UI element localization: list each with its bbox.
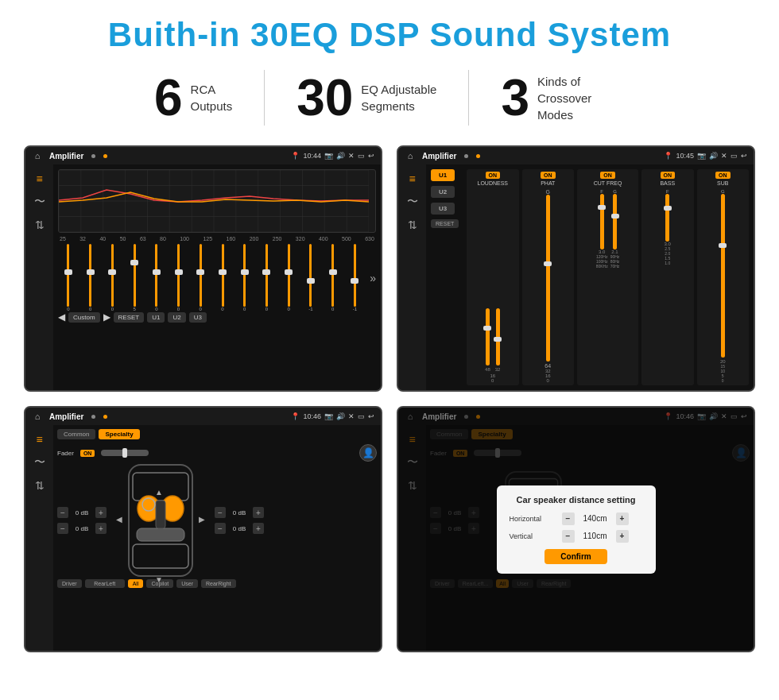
eq-sidebar-icon1[interactable]: ≡	[36, 172, 42, 185]
eq-u2-btn[interactable]: U2	[168, 312, 185, 323]
crossover-volume-icon: 🔊	[709, 152, 718, 160]
crossover-reset-btn[interactable]: RESET	[431, 219, 459, 228]
vol-fr-plus[interactable]: +	[253, 507, 264, 518]
u3-btn[interactable]: U3	[431, 203, 455, 215]
dialog-horizontal-minus[interactable]: −	[562, 512, 575, 525]
u-buttons: U1 U2 U3 RESET	[431, 169, 459, 228]
slider-col-12[interactable]: -1	[300, 244, 321, 311]
fader-on-badge[interactable]: ON	[80, 450, 95, 457]
vol-fl-plus[interactable]: +	[95, 507, 107, 518]
u1-btn[interactable]: U1	[431, 169, 455, 181]
eq-topbar-right: 📍 10:44 📷 🔊 ✕ ▭ ↩	[291, 152, 374, 160]
topbar-fader: ⌂ Amplifier 📍 10:46 📷 🔊 ✕ ▭ ↩	[25, 408, 381, 425]
svg-text:◀: ◀	[116, 515, 122, 524]
expand-icon[interactable]: »	[366, 272, 376, 284]
loudness-sliders: 48 32	[485, 189, 500, 372]
vol-rl-plus[interactable]: +	[95, 523, 107, 534]
vol-controls-left: − 0 dB + − 0 dB +	[57, 507, 107, 534]
dialog-row-horizontal: Horizontal − 140cm +	[510, 512, 643, 525]
svg-rect-5	[137, 528, 184, 541]
dialog-title: Car speaker distance setting	[510, 495, 643, 505]
stat-text-rca: RCAOutputs	[191, 81, 233, 114]
svg-text:▲: ▲	[155, 488, 163, 497]
slider-col-13[interactable]: 0	[323, 244, 343, 311]
vol-control-rr: − 0 dB +	[215, 523, 264, 534]
u2-btn[interactable]: U2	[431, 186, 455, 198]
slider-col-4[interactable]: 5	[124, 244, 145, 311]
screenshots-grid: ⌂ Amplifier 📍 10:44 📷 🔊 ✕ ▭ ↩ ≡ 〜	[24, 145, 755, 652]
car-svg: ▲ ▼ ◀ ▶	[113, 457, 208, 584]
vol-rr-plus[interactable]: +	[253, 523, 264, 534]
vol-fl-value: 0 dB	[71, 509, 93, 516]
slider-col-8[interactable]: 0	[212, 244, 233, 311]
prev-icon[interactable]: ◀	[58, 311, 65, 323]
eq-sidebar-icon2[interactable]: 〜	[34, 195, 45, 209]
dialog-vertical-minus[interactable]: −	[562, 530, 575, 543]
fader-location-icon: 📍	[291, 412, 300, 420]
vol-fl-minus[interactable]: −	[57, 507, 68, 518]
fader-battery-icon: ▭	[358, 412, 365, 420]
bass-slider-f[interactable]: F 3.0 2.5 2.0 1.5 1.0	[665, 189, 671, 265]
fader-screen-content: ≡ 〜 ⇅ Common Specialty Fader ON	[25, 425, 381, 651]
eq-custom-btn[interactable]: Custom	[68, 312, 100, 323]
cutfreq-content: F 3.0 120Hz 100Hz 80KHz	[596, 189, 620, 269]
eq-sliders: 0 0	[58, 244, 376, 311]
fader-tab-common[interactable]: Common	[57, 429, 95, 439]
sub-on: ON	[715, 172, 731, 179]
fader-main: Common Specialty Fader ON 👤	[53, 425, 381, 651]
loudness-slider1[interactable]: 48	[485, 308, 490, 372]
dialog-horizontal-plus[interactable]: +	[616, 512, 629, 525]
fader-sidebar-icon3[interactable]: ⇅	[35, 479, 45, 492]
phat-on: ON	[541, 172, 556, 179]
slider-col-14[interactable]: -1	[345, 244, 366, 311]
vol-control-rl: − 0 dB +	[57, 523, 107, 534]
fader-bottom-buttons: Driver RearLeft All Copilot User RearRig…	[57, 579, 377, 588]
dialog-confirm-button[interactable]: Confirm	[545, 549, 607, 564]
vol-rl-minus[interactable]: −	[57, 523, 68, 534]
crossover-sidebar-icon1[interactable]: ≡	[409, 172, 415, 185]
crossover-col-phat: ON PHAT G 64 32 16 0	[522, 169, 575, 385]
fader-tab-specialty[interactable]: Specialty	[99, 429, 139, 439]
eq-freq-labels: 2532 4050 6380 100125 160200 250320 4005…	[58, 236, 376, 242]
vol-rr-minus[interactable]: −	[215, 523, 226, 534]
fader-btn-driver[interactable]: Driver	[57, 579, 82, 588]
slider-col-5[interactable]: 0	[146, 244, 167, 311]
fader-profile-icon[interactable]: 👤	[359, 444, 377, 462]
screen-eq: ⌂ Amplifier 📍 10:44 📷 🔊 ✕ ▭ ↩ ≡ 〜	[24, 145, 382, 392]
vol-controls-right: − 0 dB + − 0 dB +	[215, 507, 264, 534]
play-icon[interactable]: ▶	[103, 311, 110, 323]
slider-col-10[interactable]: 0	[257, 244, 277, 311]
slider-col-6[interactable]: 0	[169, 244, 189, 311]
eq-u1-btn[interactable]: U1	[147, 312, 165, 323]
fader-sidebar-icon2[interactable]: 〜	[34, 455, 45, 470]
stat-text-crossover: Kinds ofCrossover Modes	[537, 73, 625, 123]
slider-col-7[interactable]: 0	[190, 244, 211, 311]
slider-col-2[interactable]: 0	[80, 244, 101, 311]
crossover-col-bass: ON BASS F 3.0	[641, 169, 694, 385]
eq-u3-btn[interactable]: U3	[189, 312, 207, 323]
slider-col-3[interactable]: 0	[102, 244, 122, 311]
screen-crossover: ⌂ Amplifier 📍 10:45 📷 🔊 ✕ ▭ ↩ ≡ 〜	[397, 145, 755, 392]
fader-slider-h[interactable]	[101, 450, 149, 456]
fader-dot1	[91, 415, 95, 419]
dialog-vertical-plus[interactable]: +	[616, 530, 629, 543]
cutfreq-g: G 2.1 90Hz 80Hz 70Hz	[610, 189, 620, 269]
fader-topbar-right: 📍 10:46 📷 🔊 ✕ ▭ ↩	[291, 412, 374, 420]
crossover-sidebar-icon2[interactable]: 〜	[407, 195, 418, 209]
cutfreq-on: ON	[600, 172, 615, 179]
fader-sidebar-icon1[interactable]: ≡	[36, 433, 42, 446]
slider-col-11[interactable]: 0	[278, 244, 299, 311]
fader-controls-row: Fader ON 👤	[57, 444, 377, 462]
crossover-sidebar-icon3[interactable]: ⇅	[408, 219, 417, 231]
eq-sidebar-icon3[interactable]: ⇅	[35, 219, 45, 231]
crossover-cols-area: ON LOUDNESS 48	[467, 169, 749, 385]
slider-col-9[interactable]: 0	[234, 244, 255, 311]
x-icon: ✕	[348, 152, 355, 160]
loudness-slider2[interactable]: 32	[495, 308, 501, 372]
sub-content: G 20 15 10 5 0	[720, 189, 726, 383]
eq-reset-btn[interactable]: RESET	[114, 312, 145, 323]
bass-on: ON	[661, 172, 676, 179]
vol-fr-minus[interactable]: −	[215, 507, 226, 518]
vol-control-fr: − 0 dB +	[215, 507, 264, 518]
slider-col-1[interactable]: 0	[58, 244, 79, 311]
